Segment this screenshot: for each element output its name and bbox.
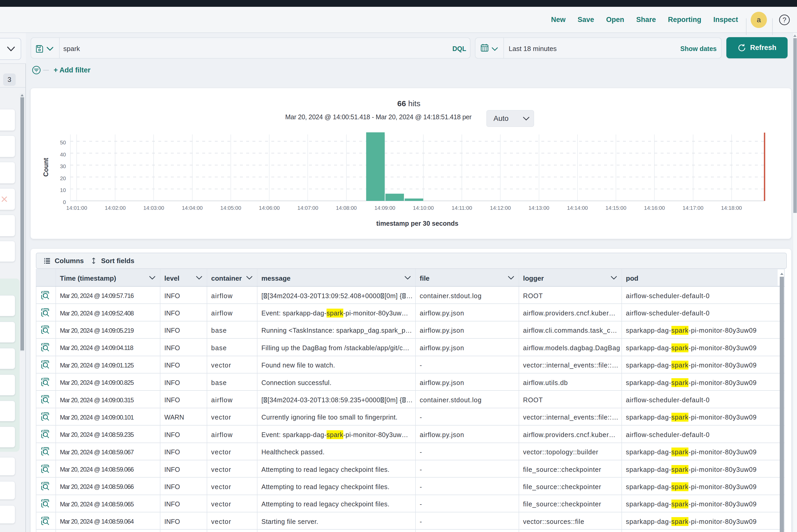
svg-text:?: ? — [783, 16, 786, 24]
